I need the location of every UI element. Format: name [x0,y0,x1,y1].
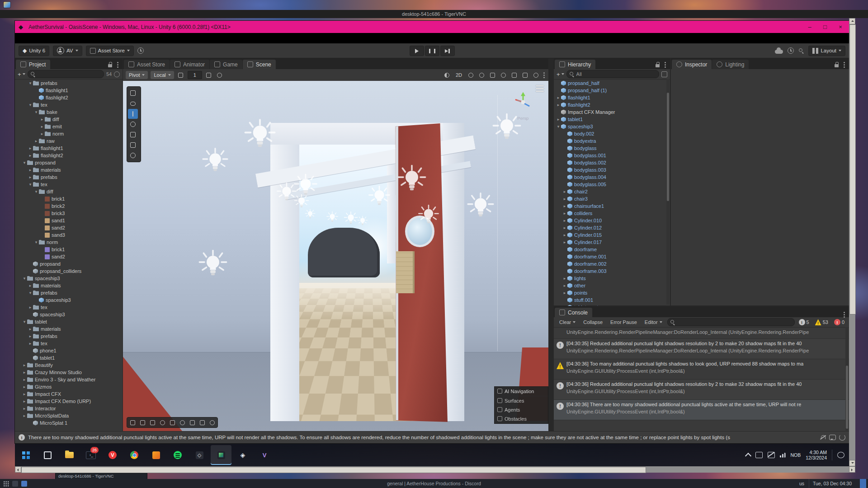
console-search-input[interactable] [667,318,795,326]
taskbar-app[interactable]: V [254,445,275,465]
search-tool-icon[interactable] [178,418,187,427]
expander-icon[interactable]: ▸ [28,305,33,310]
scroll-down-button[interactable] [849,460,855,466]
collapse-button[interactable]: Collapse [580,319,605,326]
console-message[interactable]: [04:30:36] Too many additional punctual … [554,359,849,380]
expander-icon[interactable]: ▸ [39,117,45,122]
point-light-gizmo[interactable] [198,249,228,284]
hierarchy-item[interactable]: ▸ points › [554,289,670,296]
project-tree-item[interactable]: ▾ spaceship3 [15,275,123,282]
ai-navigation-item[interactable]: Obstacles [495,414,548,423]
project-tree-item[interactable]: flashlight1 [15,87,123,94]
create-object-button[interactable]: + [557,71,564,78]
desktop-icon[interactable] [4,2,10,8]
grid-snapping-icon[interactable] [177,71,185,79]
host-taskbar-icon[interactable] [12,481,18,487]
expander-icon[interactable]: ▸ [562,283,567,288]
tab-project[interactable]: Project [16,60,50,69]
point-light-gizmo[interactable] [357,216,368,228]
expander-icon[interactable]: ▸ [28,146,33,150]
scene-audio-toggle-icon[interactable] [477,71,486,79]
axis-tool-icon[interactable] [188,418,197,427]
expander-icon[interactable]: ▸ [562,240,567,244]
project-tree-item[interactable]: phone1 [15,347,123,354]
expander-icon[interactable]: ▸ [562,189,567,194]
view-tool-icon[interactable] [128,99,138,108]
scene-picker-icon[interactable] [661,71,667,77]
expander-icon[interactable]: ▸ [28,283,33,288]
expander-icon[interactable]: ▸ [22,377,27,382]
project-tree-item[interactable]: sand3 [15,231,123,239]
terrain-tool-icon[interactable] [128,418,137,427]
paint-details-icon[interactable] [138,418,147,427]
point-light-gizmo[interactable] [244,119,276,156]
scroll-right-button[interactable] [849,466,855,473]
project-tree-item[interactable]: brick1 [15,246,123,253]
taskbar-app[interactable] [37,445,58,465]
panel-menu-icon[interactable] [844,64,845,66]
hierarchy-item[interactable]: ▾ spaceship3 › [554,123,670,130]
project-tree-item[interactable]: sand2 [15,253,123,260]
point-light-gizmo[interactable] [418,204,439,229]
taskbar-app[interactable] [211,445,231,465]
unity-version-badge[interactable]: ◆ Unity 6 [19,46,49,56]
console-message[interactable]: [04:30:36] There are too many shadowed a… [554,400,849,420]
scene-lighting-toggle-icon[interactable] [467,71,475,79]
hierarchy-item[interactable]: ▸ tablet1 › [554,116,670,123]
expander-icon[interactable]: ▸ [22,370,27,375]
ai-navigation-item[interactable]: Agents [495,405,548,414]
project-tree-item[interactable]: ▾ prefabs [15,289,123,296]
2d-toggle[interactable]: 2D [454,71,464,79]
tab-lighting[interactable]: Lighting [712,60,749,69]
project-tree-item[interactable]: ▸ diff [15,116,123,123]
panel-menu-icon[interactable] [117,64,118,66]
project-tree-item[interactable]: spaceship3 [15,296,123,304]
package-refresh-icon[interactable] [137,47,144,54]
host-workspace-indicator[interactable] [860,479,866,488]
expander-icon[interactable]: ▸ [22,413,27,418]
expander-icon[interactable]: ▾ [28,81,33,85]
clock[interactable]: 4:30 AM 12/3/2024 [806,450,827,460]
overlay-menu-icon[interactable] [536,84,544,93]
error-pause-button[interactable]: Error Pause [608,319,640,326]
expander-icon[interactable]: ▸ [556,103,561,107]
project-tree-item[interactable]: brick2 [15,202,123,210]
project-tree-item[interactable]: propsand_colliders [15,267,123,275]
scene-visibility-icon[interactable] [499,71,507,79]
point-light-gizmo[interactable] [202,147,229,178]
hierarchy-item[interactable]: ▸ colliders › [554,210,670,217]
hierarchy-item[interactable]: doorframe › [554,246,670,253]
expander-icon[interactable]: ▸ [22,399,27,404]
project-tree-item[interactable]: ▾ propsand [15,159,123,166]
hierarchy-item[interactable]: doorframe.003 › [554,267,670,275]
notification-center-icon[interactable] [837,452,844,458]
overlay-menu-handle-icon[interactable] [128,88,138,98]
keyboard-language[interactable]: NOB [791,452,801,458]
host-window-button[interactable]: desktop-541c686 - TigerVNC [55,473,147,479]
snap-increment-icon[interactable] [205,71,213,79]
expander-icon[interactable]: ▾ [28,103,33,107]
project-tree-item[interactable]: ▾ norm [15,239,123,246]
project-tree-item[interactable]: ▸ tex [15,304,123,311]
hierarchy-item[interactable]: ▸ flashlight1 › [554,94,670,101]
effects-toggle-icon[interactable] [488,71,496,79]
project-tree-item[interactable]: ▸ Crazy Minnow Studio [15,369,123,376]
transform-tool-icon[interactable] [128,150,138,160]
project-tree-item[interactable]: ▸ Gizmos [15,383,123,390]
point-light-gizmo[interactable] [294,194,309,212]
filter-icon[interactable] [114,71,120,77]
scroll-left-button[interactable] [15,466,21,473]
expander-icon[interactable]: ▸ [556,117,561,122]
scene-tab[interactable]: Game [210,60,242,69]
speaker-muted-icon[interactable] [768,452,775,458]
project-tree-item[interactable]: ▸ MicroSplatData [15,412,123,419]
expander-icon[interactable]: ▸ [562,204,567,208]
hierarchy-item[interactable]: tabletasset › [554,304,670,306]
handle-rotation-dropdown[interactable]: Local [151,71,174,79]
hierarchy-item[interactable]: ▸ Cylinder.017 › [554,239,670,246]
taskbar-app[interactable] [59,445,80,465]
host-taskbar-icon[interactable] [21,481,27,487]
console-message[interactable]: [04:30:35] Reduced additional punctual l… [554,339,849,359]
orientation-gizmo[interactable]: Persp [510,89,536,115]
maximize-button[interactable]: □ [817,21,833,33]
